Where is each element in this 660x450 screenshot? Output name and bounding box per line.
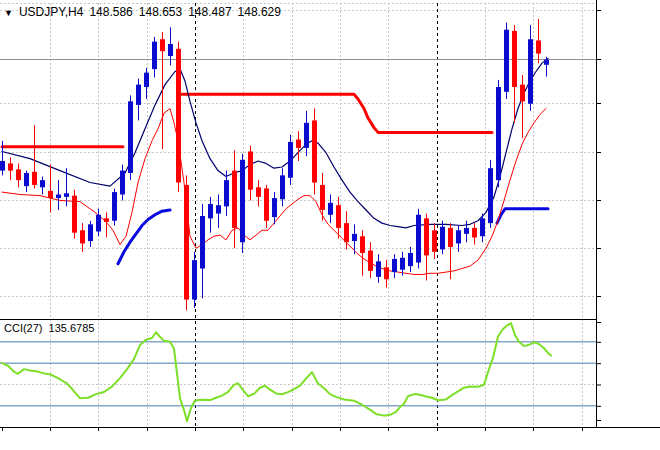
indicator-value: 135.6785 <box>49 322 95 334</box>
ohlc-close: 148.629 <box>238 5 281 19</box>
ohlc-high: 148.653 <box>139 5 182 19</box>
chart-window: ▼USDJPY,H4148.586148.653148.487148.629 C… <box>0 0 660 450</box>
symbol-dropdown-icon[interactable]: ▼ <box>4 8 13 18</box>
time-axis[interactable]: 19 Aug 2025 21 Aug 00:00 25 Aug 00:00 27… <box>0 427 660 450</box>
ohlc-open: 148.586 <box>89 5 132 19</box>
indicator-header: CCI(27)135.6785 <box>4 322 100 334</box>
ohlc-low: 148.487 <box>188 5 231 19</box>
chart-canvas[interactable] <box>0 0 660 450</box>
symbol-period-label[interactable]: USDJPY,H4 <box>19 5 83 19</box>
chart-header: ▼USDJPY,H4148.586148.653148.487148.629 <box>4 5 287 20</box>
price-axis[interactable]: 149.045 148.245 147.850 147.450 147.050 … <box>598 0 660 427</box>
indicator-name-label: CCI(27) <box>4 322 43 334</box>
